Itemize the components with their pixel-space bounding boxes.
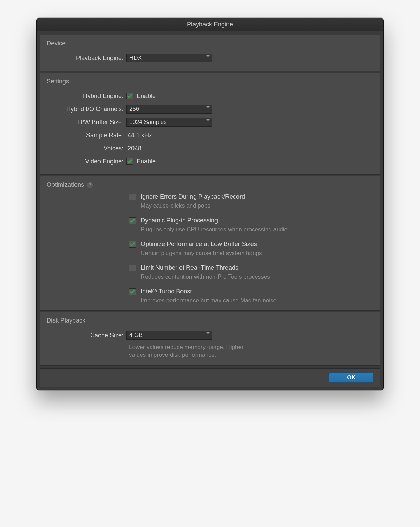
hw-buffer-value: 1024 Samples (129, 119, 167, 126)
hybrid-io-value: 256 (129, 106, 139, 113)
cache-size-label: Cache Size: (47, 332, 126, 339)
video-engine-checkbox[interactable] (126, 158, 133, 165)
video-engine-row: Video Engine: Enable (47, 155, 373, 167)
chevron-down-icon (206, 106, 210, 108)
cache-size-row: Cache Size: 4 GB (47, 329, 373, 341)
cache-size-note: Lower values reduce memory usage. Higher… (47, 343, 259, 359)
device-section: Device Playback Engine: HDX (40, 35, 380, 71)
optimization-label: Optimize Performance at Low Buffer Sizes (141, 241, 257, 248)
window-body: Device Playback Engine: HDX Settings Hyb… (37, 31, 383, 366)
optimization-desc: Plug-ins only use CPU resources when pro… (129, 226, 373, 233)
optimization-label: Intel® Turbo Boost (141, 288, 192, 295)
optimization-item: Dynamic Plug-in ProcessingPlug-ins only … (129, 217, 373, 233)
optimization-desc: Improves performance but may cause Mac f… (129, 297, 373, 304)
hybrid-io-label: Hybrid I/O Channels: (47, 106, 126, 113)
window-title: Playback Engine (37, 18, 383, 31)
hybrid-io-dropdown[interactable]: 256 (126, 105, 212, 114)
optimization-desc: May cause clicks and pops (129, 202, 373, 209)
optimization-label: Limit Number of Real-Time Threads (141, 264, 238, 271)
voices-row: Voices: 2048 (47, 142, 373, 154)
chevron-down-icon (206, 119, 210, 121)
video-engine-label: Video Engine: (47, 158, 126, 165)
cache-size-value: 4 GB (129, 332, 143, 339)
disk-heading: Disk Playback (47, 317, 373, 324)
hw-buffer-dropdown[interactable]: 1024 Samples (126, 118, 212, 127)
optimization-checkbox[interactable] (129, 194, 136, 200)
playback-engine-label: Playback Engine: (47, 55, 126, 62)
optimization-item: Intel® Turbo BoostImproves performance b… (129, 288, 373, 304)
disk-playback-section: Disk Playback Cache Size: 4 GB Lower val… (40, 312, 380, 366)
device-heading: Device (47, 40, 373, 47)
playback-engine-row: Playback Engine: HDX (47, 52, 373, 64)
optimization-label: Ignore Errors During Playback/Record (141, 193, 245, 200)
sample-rate-value: 44.1 kHz (126, 132, 152, 139)
optimizations-list: Ignore Errors During Playback/RecordMay … (47, 193, 373, 304)
optimization-checkbox[interactable] (129, 288, 136, 295)
help-icon[interactable]: ? (87, 182, 93, 188)
optimization-item: Ignore Errors During Playback/RecordMay … (129, 193, 373, 209)
sample-rate-row: Sample Rate: 44.1 kHz (47, 129, 373, 141)
optimization-checkbox[interactable] (129, 265, 136, 271)
sample-rate-label: Sample Rate: (47, 132, 126, 139)
chevron-down-icon (206, 55, 210, 57)
optimizations-section: Optimizations ? Ignore Errors During Pla… (40, 176, 380, 311)
optimization-label: Dynamic Plug-in Processing (141, 217, 218, 224)
hybrid-engine-enable-text: Enable (137, 93, 156, 100)
optimizations-heading-text: Optimizations (47, 181, 84, 188)
optimization-checkbox[interactable] (129, 241, 136, 248)
optimization-item: Limit Number of Real-Time ThreadsReduces… (129, 264, 373, 280)
video-engine-enable-text: Enable (137, 158, 156, 165)
hybrid-io-row: Hybrid I/O Channels: 256 (47, 103, 373, 115)
hybrid-engine-row: Hybrid Engine: Enable (47, 90, 373, 102)
optimizations-heading: Optimizations ? (47, 181, 373, 188)
optimization-desc: Reduces contention with non-Pro Tools pr… (129, 273, 373, 280)
settings-heading: Settings (47, 78, 373, 85)
voices-value: 2048 (126, 145, 141, 152)
cache-size-dropdown[interactable]: 4 GB (126, 331, 212, 340)
chevron-down-icon (206, 332, 210, 334)
hybrid-engine-checkbox[interactable] (126, 93, 133, 99)
optimization-checkbox[interactable] (129, 217, 136, 224)
footer-bar: OK (40, 368, 380, 387)
playback-engine-dropdown[interactable]: HDX (126, 54, 212, 62)
playback-engine-value: HDX (129, 55, 142, 61)
optimization-desc: Certain plug-ins may cause brief system … (129, 250, 373, 257)
optimization-item: Optimize Performance at Low Buffer Sizes… (129, 241, 373, 257)
hybrid-engine-label: Hybrid Engine: (47, 93, 126, 100)
hw-buffer-row: H/W Buffer Size: 1024 Samples (47, 116, 373, 128)
playback-engine-window: Playback Engine Device Playback Engine: … (36, 18, 384, 390)
hw-buffer-label: H/W Buffer Size: (47, 119, 126, 126)
settings-section: Settings Hybrid Engine: Enable Hybrid I/… (40, 73, 380, 175)
ok-button[interactable]: OK (329, 373, 374, 383)
voices-label: Voices: (47, 145, 126, 152)
